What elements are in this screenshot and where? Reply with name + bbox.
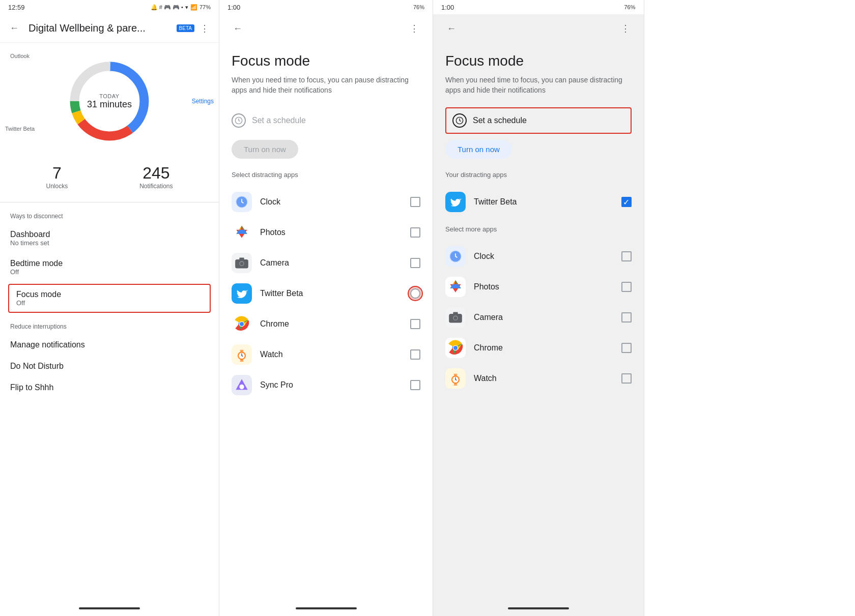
chrome-checkbox-2[interactable] [410, 319, 420, 329]
camera-checkbox-2[interactable] [410, 258, 420, 268]
wifi-icon: ▾ [185, 4, 188, 11]
back-button-3[interactable]: ← [441, 18, 462, 39]
manage-notifications-title: Manage notifications [10, 340, 209, 349]
syncpro-checkbox-2[interactable] [410, 380, 420, 390]
twitter-checkbox-2[interactable] [410, 288, 420, 299]
watch-checkbox-3[interactable] [621, 373, 632, 384]
app-item-syncpro-2[interactable]: Sync Pro [232, 370, 420, 400]
chrome-app-name-3: Chrome [474, 343, 613, 353]
clock-checkbox-3[interactable] [621, 251, 632, 261]
camera-app-name-3: Camera [474, 313, 613, 322]
back-button-2[interactable]: ← [227, 18, 248, 39]
time-1: 12:59 [8, 4, 25, 11]
battery-1: 77% [200, 4, 211, 10]
schedule-row-3[interactable]: Set a schedule [445, 107, 632, 134]
status-icons-3: 76% [624, 4, 635, 10]
turn-on-button-3[interactable]: Turn on now [445, 140, 512, 159]
battery-2: 76% [413, 4, 424, 10]
flip-to-shhh-item[interactable]: Flip to Shhh [0, 377, 219, 398]
app-item-twitter-2[interactable]: Twitter Beta [232, 278, 420, 309]
donut-center: TODAY 31 minutes [87, 93, 132, 110]
battery-3: 76% [624, 4, 635, 10]
chrome-checkbox-3[interactable] [621, 343, 632, 353]
unlocks-value: 7 [46, 164, 68, 183]
status-bar-1: 12:59 🔔 # 🎮 🎮 • ▾ 📶 77% [0, 0, 219, 14]
app-item-camera-3[interactable]: Camera [445, 302, 632, 333]
home-indicator-2 [219, 601, 433, 616]
select-apps-label-2: Select distracting apps [232, 171, 420, 179]
photos-app-icon-3 [445, 277, 466, 297]
app-item-watch-3[interactable]: Watch [445, 363, 632, 394]
app-item-watch-2[interactable]: Watch [232, 339, 420, 370]
clock-app-icon-2 [232, 192, 252, 212]
do-not-disturb-item[interactable]: Do Not Disturb [0, 356, 219, 377]
app-item-photos-2[interactable]: Photos [232, 217, 420, 248]
photos-app-name-2: Photos [260, 228, 402, 237]
bedtime-mode-item[interactable]: Bedtime mode Off [0, 253, 219, 282]
svg-rect-28 [453, 312, 458, 315]
photos-checkbox-2[interactable] [410, 227, 420, 238]
focus-desc-3: When you need time to focus, you can pau… [445, 75, 632, 95]
svg-point-32 [453, 346, 458, 350]
app-item-twitter-3[interactable]: Twitter Beta ✓ [445, 187, 632, 217]
twitter-app-name-3: Twitter Beta [474, 197, 613, 207]
more-button-2[interactable]: ⋮ [404, 18, 424, 39]
focus-mode-item[interactable]: Focus mode Off [8, 284, 211, 313]
app-item-camera-2[interactable]: Camera [232, 248, 420, 278]
clock-icon-schedule-2 [232, 113, 246, 128]
photos-app-name-3: Photos [474, 282, 613, 291]
panel-focus-mode-select: 1:00 76% ← ⋮ Focus mode When you need ti… [219, 0, 433, 616]
home-bar-2 [296, 607, 357, 609]
chrome-app-icon-3 [445, 338, 466, 358]
focus-sub: Off [16, 299, 203, 307]
app-item-chrome-2[interactable]: Chrome [232, 309, 420, 339]
twitter-checkbox-3[interactable]: ✓ [621, 197, 632, 207]
status-bar-2: 1:00 76% [219, 0, 433, 14]
syncpro-app-icon-2 [232, 375, 252, 395]
back-button-1[interactable]: ← [4, 18, 24, 39]
watch-app-name-2: Watch [260, 350, 402, 359]
flip-title: Flip to Shhh [10, 383, 209, 392]
manage-notifications-item[interactable]: Manage notifications [0, 334, 219, 356]
clock-app-name-3: Clock [474, 252, 613, 261]
home-bar-1 [79, 607, 140, 609]
app-item-chrome-3[interactable]: Chrome [445, 333, 632, 363]
bedtime-title: Bedtime mode [10, 259, 209, 268]
panel-digital-wellbeing: 12:59 🔔 # 🎮 🎮 • ▾ 📶 77% ← Digital Wellbe… [0, 0, 219, 616]
usage-chart-area: Outlook Twitter Beta Settings TODAY 31 m… [0, 43, 219, 160]
more-button-1[interactable]: ⋮ [194, 18, 215, 39]
svg-point-10 [240, 262, 244, 266]
photos-checkbox-3[interactable] [621, 282, 632, 292]
more-button-3[interactable]: ⋮ [615, 18, 636, 39]
app-bar-1: ← Digital Wellbeing & pare... BETA ⋮ [0, 14, 219, 43]
watch-checkbox-2[interactable] [410, 349, 420, 360]
app-item-clock-2[interactable]: Clock [232, 187, 420, 217]
focus-title: Focus mode [16, 290, 203, 299]
dashboard-title: Dashboard [10, 230, 209, 239]
app-title-1: Digital Wellbeing & pare... [28, 22, 173, 34]
dashboard-item[interactable]: Dashboard No timers set [0, 224, 219, 253]
camera-checkbox-3[interactable] [621, 312, 632, 322]
select-more-label-3: Select more apps [445, 225, 632, 233]
svg-point-20 [239, 385, 244, 389]
unlocks-stat: 7 Unlocks [46, 164, 68, 190]
panel-focus-mode-schedule: 1:00 76% ← ⋮ Focus mode When you need ti… [433, 0, 644, 616]
dnd-title: Do Not Disturb [10, 362, 209, 371]
app-item-photos-3[interactable]: Photos [445, 272, 632, 302]
interruptions-header: Reduce interruptions [0, 315, 219, 334]
camera-app-name-2: Camera [260, 258, 402, 268]
app-item-clock-3[interactable]: Clock [445, 241, 632, 272]
turn-on-button-2[interactable]: Turn on now [232, 140, 298, 159]
twitter-app-icon-3 [445, 192, 466, 212]
app-bar-2: ← ⋮ [219, 14, 433, 43]
schedule-row-2[interactable]: Set a schedule [232, 107, 420, 134]
settings-label[interactable]: Settings [192, 98, 214, 105]
dashboard-sub: No timers set [10, 239, 209, 247]
schedule-text-2: Set a schedule [252, 116, 306, 125]
stats-row: 7 Unlocks 245 Notifications [0, 160, 219, 200]
twitter-app-name-2: Twitter Beta [260, 289, 402, 298]
clock-app-icon-3 [445, 246, 466, 267]
clock-checkbox-2[interactable] [410, 197, 420, 207]
focus-title-2: Focus mode [232, 53, 420, 69]
app-bar-3: ← ⋮ [433, 14, 644, 43]
